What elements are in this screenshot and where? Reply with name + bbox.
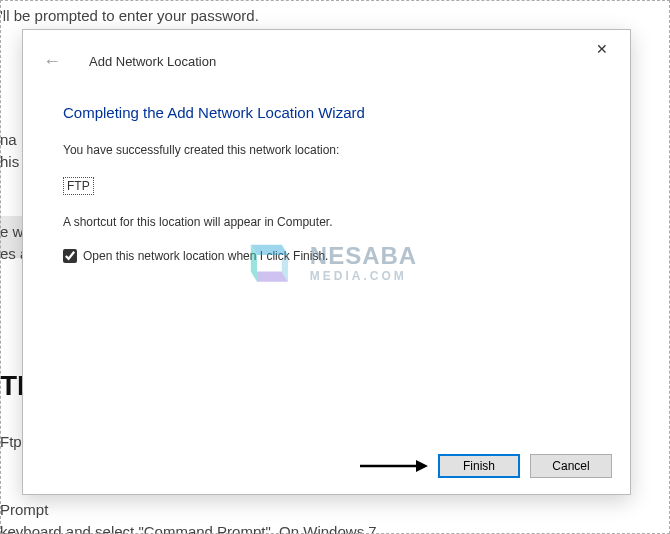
page-heading: Completing the Add Network Location Wiza… xyxy=(63,104,590,121)
finish-button[interactable]: Finish xyxy=(438,454,520,478)
shortcut-text: A shortcut for this location will appear… xyxy=(63,215,590,229)
dialog-footer: Finish Cancel xyxy=(23,438,630,494)
bg-text: na xyxy=(0,128,17,152)
wizard-title: Add Network Location xyxy=(89,54,216,69)
bg-text: keyboard and select "Command Prompt". On… xyxy=(0,520,381,534)
bg-text: 'll be prompted to enter your password. xyxy=(0,4,259,28)
open-location-checkbox-row[interactable]: Open this network location when I click … xyxy=(63,249,590,263)
dialog-titlebar: ← Add Network Location ✕ xyxy=(23,30,630,92)
dialog-content: Completing the Add Network Location Wiza… xyxy=(23,92,630,438)
success-text: You have successfully created this netwo… xyxy=(63,143,590,157)
annotation-arrow-icon xyxy=(358,456,430,476)
bg-text: e w xyxy=(0,220,23,244)
open-location-checkbox[interactable] xyxy=(63,249,77,263)
bg-text: Ftp xyxy=(0,430,22,454)
wizard-dialog: ← Add Network Location ✕ Completing the … xyxy=(22,29,631,495)
location-name[interactable]: FTP xyxy=(63,177,94,195)
bg-text: his xyxy=(0,150,19,174)
back-arrow-icon: ← xyxy=(43,51,61,72)
checkbox-label: Open this network location when I click … xyxy=(83,249,328,263)
svg-marker-1 xyxy=(416,460,428,472)
cancel-button[interactable]: Cancel xyxy=(530,454,612,478)
close-button[interactable]: ✕ xyxy=(580,34,624,64)
bg-text: Prompt xyxy=(0,498,48,522)
